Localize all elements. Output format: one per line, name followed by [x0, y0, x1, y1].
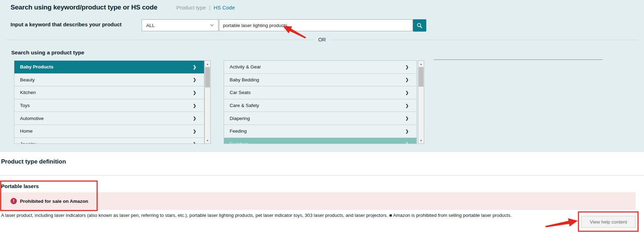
- product-name: Portable lasers: [1, 183, 39, 189]
- category-dropdown-value: ALL: [146, 23, 155, 28]
- scroll-up-icon[interactable]: ▲: [205, 61, 210, 67]
- chevron-right-icon: ❯: [193, 77, 196, 82]
- product-type-item[interactable]: Beauty ❯: [14, 74, 204, 87]
- tab-product-type[interactable]: Product type: [176, 5, 206, 11]
- placeholder-divider: [434, 59, 603, 60]
- chevron-right-icon: ❯: [405, 77, 409, 82]
- chevron-right-icon: ❯: [193, 129, 196, 134]
- product-type-item[interactable]: Furniture ❯: [224, 138, 416, 144]
- search-button[interactable]: [413, 19, 426, 32]
- search-panel: Search using keyword/product type or HS …: [0, 0, 644, 152]
- or-divider: OR: [6, 36, 638, 43]
- view-tabs: Product type|HS Code: [176, 5, 235, 11]
- exclamation-icon: !: [11, 198, 17, 204]
- product-type-item[interactable]: Care & Safety ❯: [224, 99, 416, 112]
- chevron-right-icon: ❯: [405, 116, 409, 121]
- product-type-heading: Search using a product type: [11, 49, 84, 56]
- scrollbar-level1[interactable]: ▲ ▼: [204, 60, 211, 144]
- chevron-right-icon: ❯: [405, 65, 409, 69]
- scroll-down-icon[interactable]: ▼: [418, 138, 424, 143]
- scroll-up-icon[interactable]: ▲: [418, 61, 424, 67]
- category-list-level2: Activity & Gear ❯ Baby Bedding ❯ Car Sea…: [224, 60, 417, 144]
- scrollbar-level2[interactable]: ▲ ▼: [418, 60, 424, 144]
- search-icon: [416, 22, 423, 29]
- product-type-item[interactable]: Automotive ❯: [14, 112, 204, 125]
- product-type-item[interactable]: Jewelry ❯: [14, 138, 204, 144]
- tab-separator: |: [209, 5, 210, 11]
- divider-line: [330, 40, 638, 40]
- chevron-right-icon: ❯: [193, 116, 196, 121]
- product-type-item[interactable]: Car Seats ❯: [224, 86, 416, 99]
- chevron-right-icon: ❯: [405, 90, 409, 95]
- product-type-item[interactable]: Activity & Gear ❯: [224, 61, 416, 74]
- chevron-right-icon: ❯: [405, 103, 409, 108]
- product-type-item[interactable]: Toys ❯: [14, 99, 204, 112]
- product-type-item[interactable]: Kitchen ❯: [14, 86, 204, 99]
- keyword-input[interactable]: [219, 19, 413, 31]
- chevron-right-icon: ❯: [193, 103, 196, 108]
- page: Search using keyword/product type or HS …: [0, 0, 644, 233]
- prohibited-text: Prohibited for sale on Amazon: [20, 199, 88, 204]
- product-type-item[interactable]: Baby Bedding ❯: [224, 74, 416, 87]
- scroll-thumb[interactable]: [419, 67, 423, 87]
- chevron-right-icon: ❯: [405, 141, 409, 144]
- chevron-right-icon: ❯: [405, 129, 409, 134]
- chevron-right-icon: ❯: [193, 65, 196, 69]
- product-type-item[interactable]: Baby Products ❯: [14, 61, 204, 74]
- tab-hs-code[interactable]: HS Code: [213, 5, 235, 11]
- category-list-level1: Baby Products ❯ Beauty ❯ Kitchen ❯ Toys …: [14, 60, 204, 144]
- annotation-arrow-help: [545, 218, 578, 227]
- scroll-down-icon[interactable]: ▼: [205, 138, 210, 143]
- chevron-right-icon: ❯: [193, 90, 196, 95]
- definition-description: A laser product, including laser indicat…: [1, 213, 512, 218]
- section-divider: [0, 175, 644, 175]
- product-type-item[interactable]: Diapering ❯: [224, 112, 416, 125]
- chevron-down-icon: [210, 24, 214, 27]
- chevron-right-icon: ❯: [193, 141, 196, 144]
- prohibited-banner: ! Prohibited for sale on Amazon: [0, 192, 636, 210]
- divider-line: [6, 40, 314, 40]
- view-help-button[interactable]: View help content: [581, 216, 636, 228]
- or-label: OR: [314, 37, 330, 42]
- keyword-label: Input a keyword that describes your prod…: [11, 21, 122, 27]
- product-type-item[interactable]: Home ❯: [14, 125, 204, 138]
- category-dropdown[interactable]: ALL: [142, 19, 218, 31]
- definition-heading: Product type definition: [1, 158, 66, 165]
- scroll-thumb[interactable]: [205, 67, 210, 87]
- page-title: Search using keyword/product type or HS …: [11, 4, 157, 11]
- product-type-item[interactable]: Feeding ❯: [224, 125, 416, 138]
